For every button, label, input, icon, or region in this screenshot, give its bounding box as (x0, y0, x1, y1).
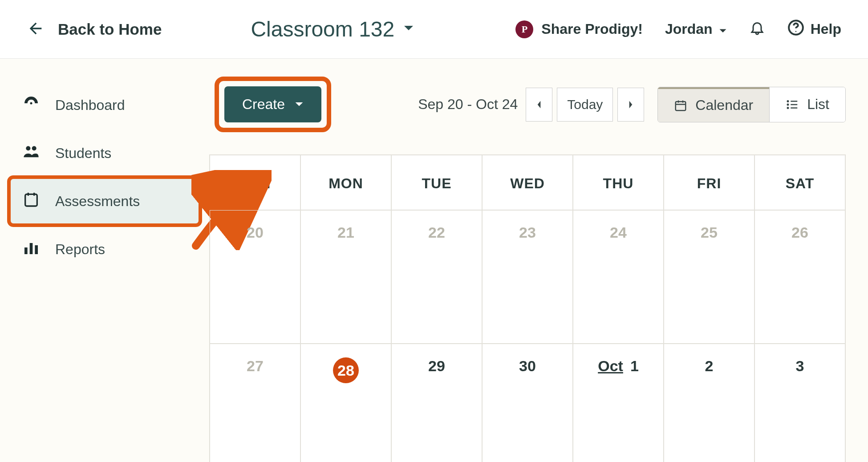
svg-rect-11 (791, 101, 797, 102)
calendar-view-button[interactable]: Calendar (658, 87, 769, 122)
calendar-day-cell[interactable]: 29 (391, 344, 482, 462)
calendar-day-cell[interactable]: 21 (300, 210, 391, 344)
svg-point-14 (787, 107, 789, 109)
svg-rect-9 (676, 101, 686, 110)
calendar-day-cell[interactable]: Oct1 (573, 344, 664, 462)
today-button[interactable]: Today (557, 88, 613, 122)
svg-rect-6 (24, 247, 28, 254)
classroom-title: Classroom 132 (251, 17, 394, 41)
chevron-left-icon (536, 100, 542, 109)
calendar-day-cell[interactable]: 23 (482, 210, 573, 344)
svg-rect-15 (791, 107, 797, 109)
create-button-highlight: Create (215, 77, 331, 132)
calendar-day-cell[interactable]: 3 (754, 344, 845, 462)
classroom-selector[interactable]: Classroom 132 (251, 17, 414, 41)
create-button[interactable]: Create (224, 86, 321, 122)
svg-point-12 (787, 103, 789, 105)
day-number-label: 23 (519, 224, 536, 241)
date-nav-group: Today (526, 88, 644, 122)
calendar-day-header: FRI (664, 155, 754, 210)
day-number-label: 27 (247, 357, 264, 374)
svg-point-4 (32, 146, 37, 150)
sidebar-item-reports[interactable]: Reports (9, 225, 200, 273)
calendar-day-header: WED (482, 155, 573, 210)
sidebar-item-assessments[interactable]: Assessments (9, 177, 200, 225)
sidebar: Dashboard Students Assessments Reports (0, 59, 209, 462)
sidebar-item-label: Dashboard (55, 97, 125, 113)
help-link[interactable]: Help (787, 19, 841, 40)
sidebar-item-label: Students (55, 145, 111, 162)
user-name-label: Jordan (665, 21, 713, 37)
list-icon (786, 98, 799, 111)
main-area: Dashboard Students Assessments Reports (0, 59, 868, 462)
svg-rect-5 (25, 194, 37, 206)
day-number-label: 21 (337, 224, 354, 241)
svg-rect-7 (30, 243, 33, 254)
user-menu[interactable]: Jordan (665, 21, 727, 37)
svg-point-10 (787, 100, 789, 102)
day-number-label: 25 (701, 224, 718, 241)
share-prodigy-label: Share Prodigy! (541, 21, 643, 37)
day-number-label: 28 (333, 357, 359, 383)
calendar-day-cell[interactable]: 25 (664, 210, 754, 344)
day-number-label: 24 (610, 224, 627, 241)
calendar-day-cell[interactable]: 27 (210, 344, 300, 462)
day-number-label: 2 (705, 357, 714, 374)
calendar-day-cell[interactable]: 28 (300, 344, 391, 462)
calendar-day-header: SAT (754, 155, 845, 210)
calendar-header-row: SUNMONTUEWEDTHUFRISAT (210, 155, 845, 210)
calendar-day-cell[interactable]: 22 (391, 210, 482, 344)
date-range-label: Sep 20 - Oct 24 (418, 96, 518, 113)
help-icon (787, 19, 804, 40)
sidebar-item-label: Reports (55, 241, 105, 258)
svg-point-1 (795, 31, 796, 32)
svg-point-2 (30, 102, 32, 105)
back-arrow-icon[interactable] (27, 20, 45, 39)
top-bar: Back to Home Classroom 132 P Share Prodi… (0, 0, 868, 59)
chevron-down-icon (403, 25, 414, 34)
list-view-button[interactable]: List (769, 87, 845, 122)
calendar-day-header: THU (573, 155, 664, 210)
share-prodigy-link[interactable]: P Share Prodigy! (515, 20, 643, 38)
calendar-day-header: SUN (210, 155, 300, 210)
calendar-view-label: Calendar (695, 97, 753, 113)
back-to-home-link[interactable]: Back to Home (58, 20, 162, 38)
day-number-label: 26 (791, 224, 808, 241)
calendar-icon (674, 99, 687, 112)
prev-button[interactable] (526, 88, 552, 122)
svg-rect-13 (791, 104, 797, 105)
calendar-grid: SUNMONTUEWEDTHUFRISAT 202122232425262728… (209, 154, 846, 462)
day-number-label: 30 (519, 357, 536, 374)
notification-bell-icon[interactable] (749, 19, 765, 40)
calendar-day-header: TUE (391, 155, 482, 210)
calendar-day-cell[interactable]: 20 (210, 210, 300, 344)
svg-point-3 (26, 146, 30, 150)
calendar-day-cell[interactable]: 26 (754, 210, 845, 344)
next-button[interactable] (617, 88, 644, 122)
list-view-label: List (807, 96, 829, 113)
chevron-down-icon (295, 101, 304, 108)
day-number-label: 22 (428, 224, 445, 241)
chevron-right-icon (628, 100, 634, 109)
calendar-body: 2021222324252627282930Oct123 (210, 210, 845, 462)
day-number-label: 3 (796, 357, 804, 374)
view-toggle: Calendar List (657, 87, 846, 122)
create-button-label: Create (242, 96, 285, 113)
sidebar-item-students[interactable]: Students (9, 129, 200, 177)
calendar-day-cell[interactable]: 24 (573, 210, 664, 344)
reports-icon (22, 239, 40, 260)
sidebar-item-dashboard[interactable]: Dashboard (9, 81, 200, 129)
calendar-day-cell[interactable]: 2 (664, 344, 754, 462)
calendar-day-header: MON (300, 155, 391, 210)
month-prefix-label: Oct (598, 357, 623, 374)
day-number-label: 20 (247, 224, 264, 241)
sidebar-item-label: Assessments (55, 193, 140, 210)
today-button-label: Today (567, 97, 603, 112)
day-number-label: 1 (630, 357, 639, 374)
prodigy-badge-icon: P (515, 20, 533, 38)
calendar-day-cell[interactable]: 30 (482, 344, 573, 462)
chevron-down-icon (719, 21, 727, 37)
topbar-right: P Share Prodigy! Jordan Help (515, 19, 841, 40)
content-panel: Create Sep 20 - Oct 24 Today (209, 59, 868, 462)
assessments-toolbar: Create Sep 20 - Oct 24 Today (209, 77, 846, 132)
